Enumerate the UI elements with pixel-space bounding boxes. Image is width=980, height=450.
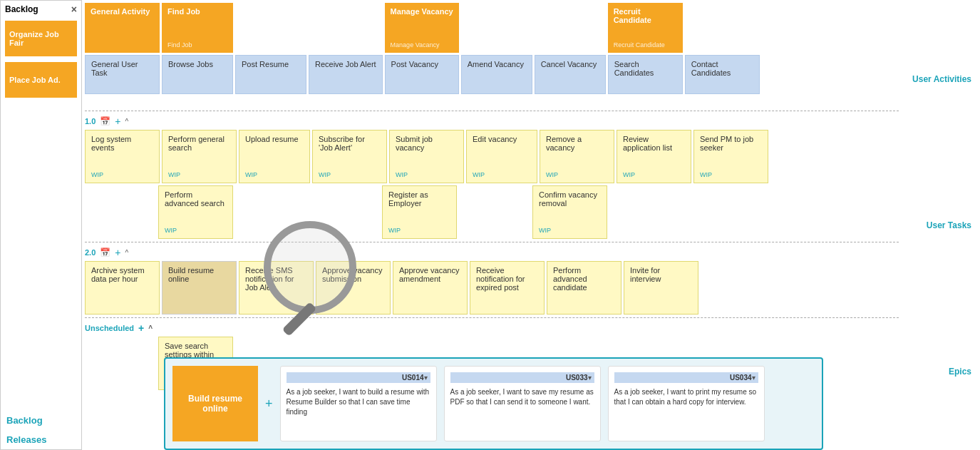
label-user-tasks: User Tasks bbox=[904, 218, 977, 233]
release-1-header: 1.0 📅 + ^ bbox=[85, 114, 899, 130]
release-2-caret[interactable]: ^ bbox=[125, 249, 128, 257]
story-subscribe-job-alert[interactable]: Subscribe for 'Job Alert' WIP bbox=[312, 130, 387, 183]
release-2-number: 2.0 bbox=[85, 248, 96, 257]
release-1-cards-row2: Perform advanced search WIP Register as … bbox=[85, 185, 899, 239]
task-card-cancel-vacancy[interactable]: Cancel Vacancy bbox=[535, 55, 606, 94]
release-2-plus[interactable]: + bbox=[115, 247, 120, 258]
release-1-number: 1.0 bbox=[85, 117, 96, 126]
task-card-contact-candidates[interactable]: Contact Candidates bbox=[685, 55, 760, 94]
content-area: General Activity General User Task Find … bbox=[82, 0, 902, 450]
backlog-label: Backlog bbox=[1, 411, 81, 430]
story-receive-sms[interactable]: Receive SMS notification for Job Alert bbox=[239, 261, 314, 315]
story-review-application[interactable]: Review application list WIP bbox=[617, 130, 691, 183]
story-perform-general-search[interactable]: Perform general search WIP bbox=[162, 130, 237, 183]
unscheduled-plus[interactable]: + bbox=[138, 322, 144, 334]
story-archive-system-data[interactable]: Archive system data per hour bbox=[85, 261, 160, 315]
task-card-post-vacancy[interactable]: Post Vacancy bbox=[385, 55, 459, 94]
story-log-system-events[interactable]: Log system events WIP bbox=[85, 130, 160, 183]
backlog-header: Backlog × bbox=[1, 1, 81, 18]
unscheduled-label: Unscheduled bbox=[85, 324, 134, 332]
calendar-icon-2: 📅 bbox=[100, 247, 110, 257]
calendar-icon-1: 📅 bbox=[100, 116, 110, 126]
story-build-resume-online-magnified[interactable]: Build resume online bbox=[162, 261, 237, 315]
story-confirm-vacancy-removal[interactable]: Confirm vacancy removal WIP bbox=[532, 185, 607, 239]
story-invite-for-interview[interactable]: Invite for interview bbox=[624, 261, 698, 315]
us033-text: As a job seeker, I want to save my resum… bbox=[450, 387, 594, 407]
task-card-post-resume[interactable]: Post Resume bbox=[235, 55, 306, 94]
story-send-pm[interactable]: Send PM to job seeker WIP bbox=[693, 130, 768, 183]
us014-text: As a job seeker, I want to build a resum… bbox=[287, 387, 430, 417]
unscheduled-caret[interactable]: ^ bbox=[148, 324, 153, 332]
story-receive-notification-expired[interactable]: Receive notification for expired post bbox=[470, 261, 545, 315]
activity-card-find-job[interactable]: Find Job Find Job bbox=[162, 3, 233, 53]
right-labels-panel: User Activities User Tasks Epics bbox=[902, 0, 980, 450]
close-icon[interactable]: × bbox=[71, 4, 77, 15]
us033-header: US033 ▾ bbox=[450, 372, 594, 383]
activity-card-general-activity[interactable]: General Activity bbox=[85, 3, 160, 53]
us034-header: US034 ▾ bbox=[614, 372, 758, 383]
unscheduled-header: Unscheduled + ^ bbox=[85, 321, 899, 337]
main-container: Backlog × Organize Job Fair Place Job Ad… bbox=[0, 0, 980, 450]
release-row-1: 1.0 📅 + ^ Log system events WIP Perform … bbox=[85, 111, 899, 242]
us034-text: As a job seeker, I want to print my resu… bbox=[614, 387, 758, 407]
task-card-receive-job-alert[interactable]: Receive Job Alert bbox=[309, 55, 383, 94]
activity-card-recruit-candidate[interactable]: Recruit Candidate Recruit Candidate bbox=[608, 3, 683, 53]
us033-arrow[interactable]: ▾ bbox=[588, 374, 592, 382]
backlog-item-place[interactable]: Place Job Ad. bbox=[5, 62, 77, 98]
swimlane-header: General Activity General User Task Find … bbox=[82, 0, 902, 111]
story-perform-advanced-search[interactable]: Perform advanced search WIP bbox=[158, 185, 233, 239]
us014-arrow[interactable]: ▾ bbox=[424, 374, 428, 382]
us033-id: US033 bbox=[566, 374, 588, 382]
task-card-browse-jobs[interactable]: Browse Jobs bbox=[162, 55, 233, 94]
col-post-resume: Post Resume bbox=[235, 3, 306, 111]
expanded-main-card-build-resume[interactable]: Build resume online bbox=[172, 366, 258, 441]
col-recruit-candidate: Recruit Candidate Recruit Candidate Sear… bbox=[608, 3, 683, 111]
backlog-title: Backlog bbox=[5, 4, 38, 14]
col-amend-vacancy: Amend Vacancy bbox=[461, 3, 532, 111]
release-1-cards-row1: Log system events WIP Perform general se… bbox=[85, 130, 899, 183]
activity-card-manage-vacancy[interactable]: Manage Vacancy Manage Vacancy bbox=[385, 3, 459, 53]
story-remove-vacancy[interactable]: Remove a vacancy WIP bbox=[540, 130, 614, 183]
col-contact-candidates: Contact Candidates bbox=[685, 3, 760, 111]
backlog-sidebar: Backlog × Organize Job Fair Place Job Ad… bbox=[0, 0, 82, 450]
col-cancel-vacancy: Cancel Vacancy bbox=[535, 3, 606, 111]
col-receive-job-alert: Receive Job Alert bbox=[309, 3, 383, 111]
releases-label: Releases bbox=[1, 430, 81, 449]
us034-arrow[interactable]: ▾ bbox=[752, 374, 755, 382]
task-card-amend-vacancy[interactable]: Amend Vacancy bbox=[461, 55, 532, 94]
us014-header: US014 ▾ bbox=[287, 372, 430, 383]
user-story-us033: US033 ▾ As a job seeker, I want to save … bbox=[444, 366, 601, 441]
release-1-caret[interactable]: ^ bbox=[125, 118, 128, 126]
expanded-popup: Build resume online + US014 ▾ As a job s… bbox=[164, 357, 823, 450]
release-2-cards: Archive system data per hour Build resum… bbox=[85, 261, 899, 315]
release-1-plus[interactable]: + bbox=[115, 116, 120, 127]
us034-id: US034 bbox=[730, 374, 752, 382]
story-submit-job-vacancy[interactable]: Submit job vacancy WIP bbox=[389, 130, 464, 183]
col-find-job: Find Job Find Job Browse Jobs bbox=[162, 3, 233, 111]
story-perform-advanced-candidate[interactable]: Perform advanced candidate bbox=[547, 261, 621, 315]
label-epics: Epics bbox=[904, 364, 977, 379]
label-user-activities: User Activities bbox=[904, 71, 977, 87]
col-general-activity: General Activity General User Task bbox=[85, 3, 160, 111]
release-row-2: 2.0 📅 + ^ Archive system data per hour B… bbox=[85, 242, 899, 317]
user-story-us034: US034 ▾ As a job seeker, I want to print… bbox=[608, 366, 765, 441]
task-card-search-candidates[interactable]: Search Candidates bbox=[608, 55, 683, 94]
story-approve-vacancy-amendment[interactable]: Approve vacancy amendment bbox=[393, 261, 468, 315]
us014-id: US014 bbox=[402, 374, 424, 382]
user-story-us014: US014 ▾ As a job seeker, I want to build… bbox=[280, 366, 437, 441]
expanded-plus-button[interactable]: + bbox=[265, 366, 273, 441]
col-manage-vacancy: Manage Vacancy Manage Vacancy Post Vacan… bbox=[385, 3, 459, 111]
story-approve-vacancy-submission[interactable]: Approve vacancy submission bbox=[316, 261, 391, 315]
backlog-item-organize[interactable]: Organize Job Fair bbox=[5, 21, 77, 56]
story-edit-vacancy[interactable]: Edit vacancy WIP bbox=[466, 130, 537, 183]
story-register-employer[interactable]: Register as Employer WIP bbox=[382, 185, 457, 239]
release-2-header: 2.0 📅 + ^ bbox=[85, 245, 899, 261]
story-upload-resume[interactable]: Upload resume WIP bbox=[239, 130, 310, 183]
task-card-general-user-task[interactable]: General User Task bbox=[85, 55, 160, 94]
